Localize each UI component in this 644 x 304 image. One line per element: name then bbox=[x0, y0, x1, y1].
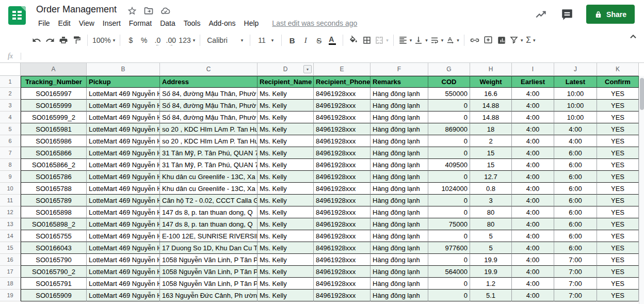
share-button[interactable]: Share bbox=[586, 5, 635, 24]
cell-F2[interactable]: Hàng đông lạnh bbox=[371, 88, 428, 100]
cell-H1[interactable]: Weight bbox=[470, 76, 512, 88]
paint-format-button[interactable] bbox=[70, 33, 84, 47]
cell-H8[interactable]: 15 bbox=[470, 159, 512, 171]
cell-J7[interactable]: 6:00 bbox=[554, 147, 597, 159]
cell-B9[interactable]: LotteMart 469 Nguyễn H bbox=[87, 171, 160, 183]
functions-button[interactable]: Σ bbox=[524, 33, 537, 47]
menu-help[interactable]: Help bbox=[240, 17, 263, 29]
more-formats-button[interactable]: 123 bbox=[178, 33, 196, 47]
cell-K15[interactable]: YES bbox=[597, 242, 639, 254]
cell-D14[interactable]: Ms. Kelly bbox=[257, 230, 314, 242]
cell-A5[interactable]: SO0165981 bbox=[21, 123, 87, 135]
cell-J5[interactable]: 4:00 bbox=[554, 123, 597, 135]
cell-K19[interactable]: YES bbox=[597, 290, 639, 301]
cell-J8[interactable]: 6:00 bbox=[554, 159, 597, 171]
cell-G19[interactable]: 0 bbox=[428, 290, 470, 301]
cell-B8[interactable]: LotteMart 469 Nguyễn H bbox=[87, 159, 160, 171]
cell-J15[interactable]: 6:00 bbox=[554, 242, 597, 254]
cell-I6[interactable]: 4:00 bbox=[512, 135, 554, 147]
insert-chart-button[interactable] bbox=[495, 33, 508, 47]
row-number-16[interactable]: 16 bbox=[0, 254, 21, 266]
row-number-14[interactable]: 14 bbox=[0, 230, 21, 242]
cell-A15[interactable]: SO0166043 bbox=[21, 242, 87, 254]
cell-A19[interactable]: SO0165909 bbox=[21, 290, 87, 301]
bold-button[interactable]: B bbox=[285, 33, 299, 47]
cell-C18[interactable]: 1058 Nguyễn Văn Linh, P Tân P bbox=[160, 278, 257, 290]
cell-E18[interactable]: 84961928xxx bbox=[314, 278, 371, 290]
cell-B7[interactable]: LotteMart 469 Nguyễn H bbox=[87, 147, 160, 159]
cell-G12[interactable]: 0 bbox=[428, 206, 470, 218]
cell-B5[interactable]: LotteMart 469 Nguyễn H bbox=[87, 123, 160, 135]
format-percent-button[interactable]: % bbox=[137, 33, 151, 47]
cell-J1[interactable]: Latest bbox=[554, 76, 597, 88]
cell-D13[interactable]: Ms. Kelly bbox=[257, 218, 314, 230]
cell-H10[interactable]: 0.8 bbox=[470, 183, 512, 195]
cell-I16[interactable]: 4:00 bbox=[512, 254, 554, 266]
row-number-6[interactable]: 6 bbox=[0, 135, 21, 147]
cell-D11[interactable]: Ms. Kelly bbox=[257, 195, 314, 206]
cell-G9[interactable]: 0 bbox=[428, 171, 470, 183]
cell-J2[interactable]: 10:00 bbox=[554, 88, 597, 100]
row-number-17[interactable]: 17 bbox=[0, 266, 21, 278]
cell-E17[interactable]: 84961928xxx bbox=[314, 266, 371, 278]
cell-E6[interactable]: 84961928xxx bbox=[314, 135, 371, 147]
cell-A11[interactable]: SO0165789 bbox=[21, 195, 87, 206]
cell-C3[interactable]: Số 84, đường Mậu Thân, Phườ bbox=[160, 100, 257, 111]
cell-H12[interactable]: 80 bbox=[470, 206, 512, 218]
star-icon[interactable] bbox=[127, 6, 137, 16]
row-number-8[interactable]: 8 bbox=[0, 159, 21, 171]
cell-J13[interactable]: 6:00 bbox=[554, 218, 597, 230]
cell-E1[interactable]: Recipient_Phone bbox=[314, 76, 371, 88]
cell-A6[interactable]: SO0165986 bbox=[21, 135, 87, 147]
row-number-2[interactable]: 2 bbox=[0, 88, 21, 100]
cell-E4[interactable]: 84961928xxx bbox=[314, 111, 371, 123]
cell-H9[interactable]: 12.7 bbox=[470, 171, 512, 183]
redo-button[interactable] bbox=[43, 33, 57, 47]
row-number-5[interactable]: 5 bbox=[0, 123, 21, 135]
cell-D18[interactable]: Ms. Kelly bbox=[257, 278, 314, 290]
last-edit-link[interactable]: Last edit was seconds ago bbox=[272, 19, 357, 27]
menu-data[interactable]: Data bbox=[156, 17, 180, 29]
cell-G16[interactable]: 0 bbox=[428, 254, 470, 266]
cell-J4[interactable]: 10:00 bbox=[554, 111, 597, 123]
cell-I12[interactable]: 4:00 bbox=[512, 206, 554, 218]
column-header-A[interactable]: A bbox=[21, 63, 87, 76]
cell-J6[interactable]: 4:00 bbox=[554, 135, 597, 147]
cell-I18[interactable]: 4:00 bbox=[512, 278, 554, 290]
cell-F11[interactable]: Hàng đông lạnh bbox=[371, 195, 428, 206]
cell-C12[interactable]: 147 ds 8, p. tan thuan dong, Q bbox=[160, 206, 257, 218]
cell-C11[interactable]: Căn hộ T2 - 0.02, CCCT Calla G bbox=[160, 195, 257, 206]
cell-E5[interactable]: 84961928xxx bbox=[314, 123, 371, 135]
cell-J11[interactable]: 6:00 bbox=[554, 195, 597, 206]
row-number-18[interactable]: 18 bbox=[0, 278, 21, 290]
cell-D4[interactable]: Ms. Kelly bbox=[257, 111, 314, 123]
select-all-corner[interactable] bbox=[0, 63, 21, 76]
cell-K10[interactable]: YES bbox=[597, 183, 639, 195]
sheets-logo-icon[interactable] bbox=[7, 6, 27, 25]
column-header-E[interactable]: E bbox=[314, 63, 371, 76]
text-color-button[interactable]: A bbox=[326, 33, 339, 47]
cell-G5[interactable]: 869000 bbox=[428, 123, 470, 135]
cell-J9[interactable]: 6:00 bbox=[554, 171, 597, 183]
cell-I8[interactable]: 4:00 bbox=[512, 159, 554, 171]
column-d-filter-dropdown-icon[interactable] bbox=[303, 65, 312, 73]
cell-D10[interactable]: Ms. Kelly bbox=[257, 183, 314, 195]
cell-J14[interactable]: 6:00 bbox=[554, 230, 597, 242]
row-number-19[interactable]: 19 bbox=[0, 290, 21, 301]
cell-K6[interactable]: YES bbox=[597, 135, 639, 147]
cell-F13[interactable]: Hàng đông lạnh bbox=[371, 218, 428, 230]
cell-G6[interactable]: 0 bbox=[428, 135, 470, 147]
filter-button[interactable] bbox=[508, 33, 524, 47]
row-number-13[interactable]: 13 bbox=[0, 218, 21, 230]
cell-H6[interactable]: 2 bbox=[470, 135, 512, 147]
cell-E7[interactable]: 84961928xxx bbox=[314, 147, 371, 159]
cell-K3[interactable]: YES bbox=[597, 100, 639, 111]
cell-G7[interactable]: 0 bbox=[428, 147, 470, 159]
cell-C16[interactable]: 1058 Nguyễn Văn Linh, P Tân P bbox=[160, 254, 257, 266]
cell-E16[interactable]: 84961928xxx bbox=[314, 254, 371, 266]
cell-A12[interactable]: SO0165898 bbox=[21, 206, 87, 218]
cell-E19[interactable]: 84961928xxx bbox=[314, 290, 371, 301]
cell-I4[interactable]: 4:00 bbox=[512, 111, 554, 123]
format-currency-button[interactable]: $ bbox=[124, 33, 137, 47]
cell-F4[interactable]: Hàng đông lạnh bbox=[371, 111, 428, 123]
